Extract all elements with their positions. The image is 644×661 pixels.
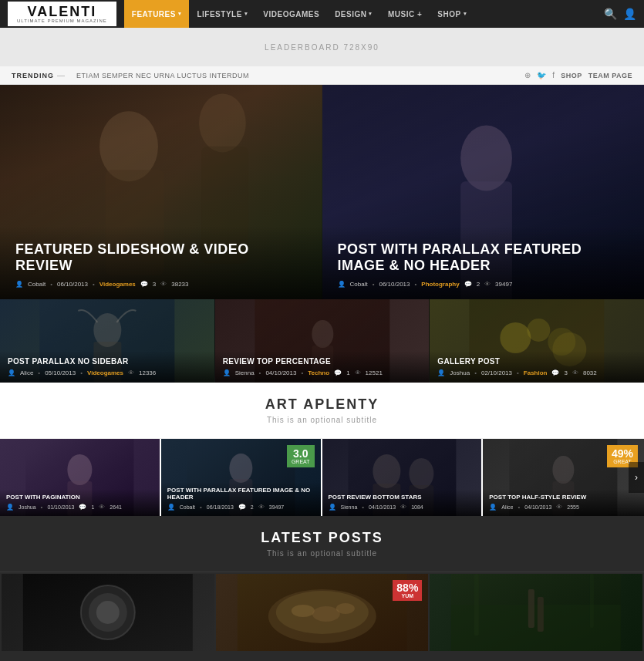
svg-rect-48 <box>590 574 594 628</box>
sec-2-meta: 👤 Sienna • 04/10/2013 • Techno 💬 1 👁 125… <box>223 369 422 376</box>
svg-point-23 <box>229 454 252 483</box>
trending-text: ETIAM SEMPER NEC URNA LUCTUS INTERDUM <box>76 72 524 79</box>
secondary-grid: POST PARALLAX NO SIDEBAR 👤 Alice • 05/10… <box>0 299 644 383</box>
svg-rect-46 <box>538 597 544 632</box>
hero-1-date: 06/10/2013 <box>57 281 88 288</box>
hero-grid: FEATURED SLIDESHOW & VIDEO REVIEW 👤 Coba… <box>0 85 644 299</box>
hero-1-meta: 👤 Cobalt • 06/10/2013 • Videogames 💬 3 👁… <box>15 281 307 288</box>
carousel-1-title: POST WITH PAGINATION <box>6 494 153 501</box>
nav-item-music[interactable]: MUSIC + <box>380 0 430 28</box>
nav-icon-group: 🔍 👤 <box>604 8 636 20</box>
trending-bar: TRENDING — ETIAM SEMPER NEC URNA LUCTUS … <box>0 66 644 85</box>
sec-1-overlay: POST PARALLAX NO SIDEBAR 👤 Alice • 05/10… <box>0 351 214 383</box>
svg-point-6 <box>460 125 512 191</box>
rss-icon[interactable]: ⊕ <box>524 71 531 79</box>
latest-posts-subtitle: This is an optional subtitle <box>14 549 630 558</box>
user-icon: 👤 <box>6 504 14 511</box>
svg-point-15 <box>501 322 531 353</box>
hero-1-title: FEATURED SLIDESHOW & VIDEO REVIEW <box>15 241 307 275</box>
nav-item-design[interactable]: DESIGN ▾ <box>327 0 380 28</box>
sec-2-title: REVIEW TOP PERCENTAGE <box>223 357 422 366</box>
hero-1-views: 38233 <box>171 281 188 288</box>
carousel-3-overlay: POST REVIEW BOTTOM STARS 👤 Sienna • 04/1… <box>322 489 482 516</box>
carousel-1-overlay: POST WITH PAGINATION 👤 Joshua • 01/10/20… <box>0 489 160 516</box>
hero-1-overlay: FEATURED SLIDESHOW & VIDEO REVIEW 👤 Coba… <box>0 226 322 299</box>
svg-point-41 <box>312 606 340 622</box>
posts-grid: Ut molestie bibendum ligula sit amet pla… <box>0 574 644 661</box>
hero-1-comments: 3 <box>153 281 156 288</box>
svg-rect-45 <box>528 589 534 628</box>
svg-point-40 <box>292 605 315 617</box>
post-1-thumb <box>2 574 214 651</box>
user-icon: 👤 <box>223 369 231 376</box>
hero-2-meta: 👤 Cobalt • 06/10/2013 • Photography 💬 2 … <box>338 281 629 288</box>
post-card-2[interactable]: 88% YUM Morbi elementum justo id lectus … <box>216 574 429 661</box>
carousel-item-2[interactable]: 3.0 GREAT POST WITH PARALLAX FEATURED IM… <box>161 439 322 516</box>
carousel-3-meta: 👤 Sienna • 04/10/2013 👁 1084 <box>329 504 476 511</box>
hero-item-1[interactable]: FEATURED SLIDESHOW & VIDEO REVIEW 👤 Coba… <box>0 85 322 299</box>
svg-rect-47 <box>474 574 479 636</box>
carousel-1-meta: 👤 Joshua • 01/10/2013 💬 1 👁 2641 <box>6 504 153 511</box>
top-navigation: VALENTI ULTIMATE PREMIUM MAGAZINE FEATUR… <box>0 0 644 28</box>
twitter-icon[interactable]: 🐦 <box>537 71 546 79</box>
latest-posts-section: LATEST POSTS This is an optional subtitl… <box>0 516 644 661</box>
svg-point-3 <box>199 93 246 152</box>
carousel-next-button[interactable]: › <box>629 462 644 493</box>
post-2-thumb: 88% YUM <box>216 574 429 651</box>
svg-point-28 <box>409 458 433 489</box>
facebook-icon[interactable]: f <box>552 71 555 79</box>
latest-posts-title: LATEST POSTS <box>14 530 630 546</box>
carousel-section: POST WITH PAGINATION 👤 Joshua • 01/10/20… <box>0 439 644 516</box>
post-2-pct-badge: 88% YUM <box>393 580 422 601</box>
team-page-link[interactable]: TEAM PAGE <box>588 72 632 79</box>
hero-1-category: Videogames <box>99 281 136 288</box>
leaderboard-banner: LEADERBOARD 728X90 <box>0 28 644 66</box>
post-card-3[interactable]: Etiam semper nec urna luctus interdum 👤 … <box>430 574 642 661</box>
sec-1-meta: 👤 Alice • 05/10/2013 • Videogames 👁 1233… <box>8 369 207 376</box>
user-icon[interactable]: 👤 <box>623 8 636 20</box>
post-3-content: Etiam semper nec urna luctus interdum 👤 … <box>430 651 642 661</box>
leaderboard-text: LEADERBOARD 728X90 <box>265 43 379 52</box>
nav-item-videogames[interactable]: VIDEOGAMES <box>255 0 327 28</box>
sec-3-overlay: GALLERY POST 👤 Joshua • 02/10/2013 • Fas… <box>430 351 644 383</box>
trending-label: TRENDING <box>12 72 54 79</box>
art-aplenty-header: ART APLENTY This is an optional subtitle <box>0 383 644 439</box>
sec-2-overlay: REVIEW TOP PERCENTAGE 👤 Sienna • 04/10/2… <box>215 351 430 383</box>
shop-link[interactable]: SHOP <box>561 72 582 79</box>
sec-3-meta: 👤 Joshua • 02/10/2013 • Fashion 💬 3 👁 80… <box>437 369 636 376</box>
user-icon: 👤 <box>167 504 175 511</box>
nav-item-lifestyle[interactable]: LIFESTYLE ▾ <box>189 0 255 28</box>
secondary-item-1[interactable]: POST PARALLAX NO SIDEBAR 👤 Alice • 05/10… <box>0 299 215 383</box>
svg-point-20 <box>67 454 92 485</box>
carousel-item-4[interactable]: 49% GREAT POST TOP HALF-STYLE REVIEW 👤 A… <box>483 439 644 516</box>
logo[interactable]: VALENTI ULTIMATE PREMIUM MAGAZINE <box>8 2 116 26</box>
carousel-item-1[interactable]: POST WITH PAGINATION 👤 Joshua • 01/10/20… <box>0 439 161 516</box>
score-badge: 3.0 GREAT <box>287 445 315 467</box>
carousel-4-title: POST TOP HALF-STYLE REVIEW <box>489 494 638 501</box>
post-1-content: Ut molestie bibendum ligula sit amet pla… <box>2 651 214 661</box>
trending-dash: — <box>57 71 65 79</box>
user-icon: 👤 <box>8 369 15 376</box>
svg-point-31 <box>553 456 575 484</box>
carousel-2-overlay: POST WITH PARALLAX FEATURED IMAGE & NO H… <box>161 482 321 516</box>
secondary-item-2[interactable]: REVIEW TOP PERCENTAGE 👤 Sienna • 04/10/2… <box>215 299 430 383</box>
svg-point-12 <box>312 320 333 348</box>
chevron-down-icon: ▾ <box>178 11 182 17</box>
carousel-track: POST WITH PAGINATION 👤 Joshua • 01/10/20… <box>0 439 644 516</box>
carousel-3-title: POST REVIEW BOTTOM STARS <box>329 494 476 501</box>
carousel-4-meta: 👤 Alice • 04/10/2013 👁 2555 <box>489 504 638 511</box>
art-aplenty-subtitle: This is an optional subtitle <box>14 416 630 424</box>
search-icon[interactable]: 🔍 <box>604 8 617 20</box>
hero-2-title: POST WITH PARALLAX FEATURED IMAGE & NO H… <box>338 241 629 275</box>
post-card-1[interactable]: Ut molestie bibendum ligula sit amet pla… <box>2 574 214 661</box>
post-2-content: Morbi elementum justo id lectus porta di… <box>216 651 429 661</box>
svg-point-42 <box>336 603 355 614</box>
nav-item-shop[interactable]: SHOP ▾ <box>430 0 474 28</box>
nav-item-features[interactable]: FEATURES ▾ <box>124 0 190 28</box>
secondary-item-3[interactable]: GALLERY POST 👤 Joshua • 02/10/2013 • Fas… <box>430 299 644 383</box>
hero-2-comments: 2 <box>477 281 480 288</box>
carousel-item-3[interactable]: POST REVIEW BOTTOM STARS 👤 Sienna • 04/1… <box>322 439 484 516</box>
hero-item-2[interactable]: POST WITH PARALLAX FEATURED IMAGE & NO H… <box>322 85 645 299</box>
carousel-2-meta: 👤 Cobalt • 06/18/2013 💬 2 👁 39497 <box>167 504 315 511</box>
sec-1-title: POST PARALLAX NO SIDEBAR <box>8 357 207 366</box>
